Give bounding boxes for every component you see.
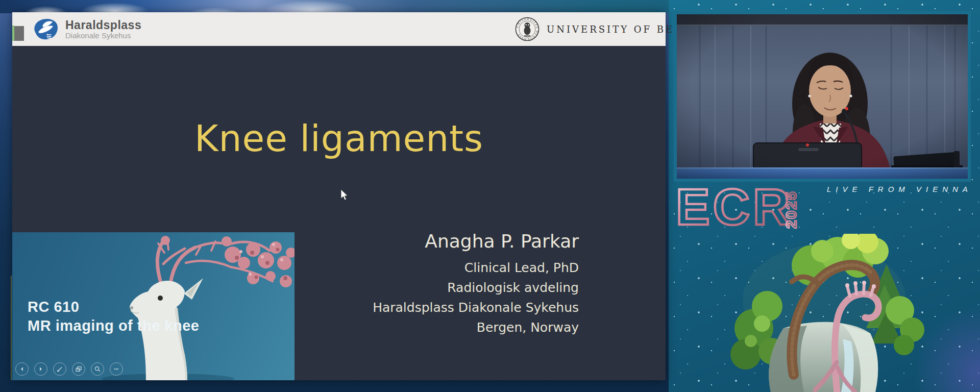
haraldsplass-dove-icon bbox=[32, 17, 59, 41]
slide-title: Knee ligaments bbox=[12, 117, 666, 160]
live-from-vienna-label: LIVE FROM VIENNA bbox=[827, 185, 972, 193]
presenter-location: Bergen, Norway bbox=[373, 317, 579, 337]
next-slide-button[interactable] bbox=[34, 362, 47, 376]
ecr-2025-logo: ECR 2025 bbox=[675, 180, 813, 236]
share-artifact-line bbox=[11, 276, 12, 380]
speaker-video-feed bbox=[677, 14, 968, 179]
pen-icon bbox=[56, 365, 63, 373]
share-artifact-gray bbox=[14, 26, 24, 41]
ecr-logo-text: ECR bbox=[676, 180, 793, 235]
ecr-nature-anatomy-artwork bbox=[722, 234, 926, 392]
more-options-button[interactable] bbox=[110, 362, 123, 376]
presenter-block: Anagha P. Parkar Clinical Lead, PhD Radi… bbox=[373, 231, 579, 337]
haraldsplass-wordmark: Haraldsplass Diakonale Sykehus bbox=[65, 19, 141, 40]
hospital-subtitle: Diakonale Sykehus bbox=[65, 31, 141, 40]
arrow-left-icon bbox=[18, 365, 26, 373]
slideshow-toolbar bbox=[15, 362, 123, 376]
pen-tool-button[interactable] bbox=[53, 362, 66, 376]
zoom-slide-button[interactable] bbox=[91, 362, 104, 376]
university-seal-icon: UNIVERSITAS BERGENSIS bbox=[515, 17, 540, 41]
presenter-name: Anagha P. Parkar bbox=[373, 231, 579, 252]
session-title: MR imaging of the knee bbox=[28, 316, 199, 335]
session-caption: RC 610 MR imaging of the knee bbox=[28, 298, 199, 335]
haraldsplass-logo: Haraldsplass Diakonale Sykehus bbox=[32, 17, 141, 41]
magnifier-icon bbox=[94, 365, 101, 373]
previous-slide-button[interactable] bbox=[15, 362, 29, 376]
slide-header-band: Haraldsplass Diakonale Sykehus UNIVERSIT… bbox=[12, 12, 666, 46]
presenter-credential: Clinical Lead, PhD bbox=[373, 258, 579, 278]
speaker-illustration bbox=[677, 14, 968, 179]
stream-stage: Haraldsplass Diakonale Sykehus UNIVERSIT… bbox=[0, 0, 980, 392]
ellipsis-icon bbox=[113, 365, 120, 373]
mouse-cursor bbox=[340, 189, 349, 202]
session-code: RC 610 bbox=[28, 298, 199, 316]
arrow-right-icon bbox=[37, 365, 44, 373]
presenter-institution: Haraldsplass Diakonale Sykehus bbox=[373, 298, 579, 317]
see-all-slides-button[interactable] bbox=[72, 362, 85, 376]
presenter-department: Radiologisk avdeling bbox=[373, 278, 579, 298]
slides-grid-icon bbox=[75, 365, 82, 373]
presentation-slide: Haraldsplass Diakonale Sykehus UNIVERSIT… bbox=[12, 12, 666, 380]
speaker-video-frame bbox=[674, 11, 971, 182]
hospital-name: Haraldsplass bbox=[65, 19, 141, 31]
ecr-logo-year: 2025 bbox=[782, 190, 799, 229]
